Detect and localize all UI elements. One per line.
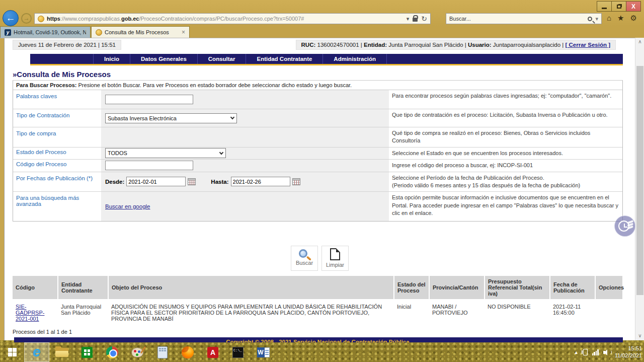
tray-expand-icon[interactable]: ▲	[574, 350, 579, 355]
ruc-value: 1360024570001	[317, 42, 359, 48]
col-codigo: Código	[13, 276, 58, 300]
fecha-desde-input[interactable]	[126, 177, 186, 186]
mobile-signal-icon[interactable]	[583, 349, 588, 355]
field-help: Esta opción permite buscar información e…	[389, 192, 622, 221]
nav-item-inicio[interactable]: Inicio	[93, 54, 130, 64]
search-dropdown-icon[interactable]: ▾	[595, 16, 598, 22]
field-label: Estado del Proceso	[13, 148, 101, 159]
cell-codigo: SIE-GADPRSP-2021-001	[13, 300, 58, 325]
search-placeholder[interactable]: Buscar...	[449, 16, 588, 22]
search-icon[interactable]	[588, 17, 592, 21]
tipo-contratacion-select[interactable]: Subasta Inversa Electrónica	[105, 113, 237, 123]
url-text[interactable]: https://www.compraspublicas.gob.ec/Proce…	[47, 16, 407, 22]
store-icon	[82, 347, 93, 358]
back-button[interactable]: ←	[3, 10, 19, 26]
paint-palette-icon	[131, 347, 143, 357]
estado-proceso-select[interactable]: TODOS	[105, 148, 226, 158]
logout-link[interactable]: [ Cerrar Sesión ]	[566, 42, 610, 48]
field-help: Ingrese el código del proceso a buscar, …	[389, 160, 622, 171]
chrome-icon	[106, 346, 118, 358]
usuario-label: Usuario:	[468, 42, 492, 48]
window-minimize-button[interactable]	[597, 1, 612, 12]
window-left-frame	[0, 38, 5, 340]
nav-item-consultar[interactable]: Consultar	[198, 54, 247, 64]
minimize-icon	[602, 8, 607, 9]
limpiar-button[interactable]: Limpiar	[321, 246, 349, 271]
nav-item-administracion[interactable]: Administración	[323, 54, 387, 64]
start-button[interactable]	[0, 342, 24, 362]
favorites-star-icon[interactable]: ★	[617, 14, 624, 23]
taskbar-clock[interactable]: 15:51 11/02/2021	[615, 345, 642, 359]
taskbar-adobe-reader[interactable]: A	[200, 342, 225, 362]
form-row-palabras-claves: Palabras claves Para encontrar procesos …	[13, 90, 622, 109]
taskbar-word[interactable]: W	[251, 342, 276, 362]
taskbar-microsoft-store[interactable]	[74, 342, 100, 362]
address-bar[interactable]: https://www.compraspublicas.gob.ec/Proce…	[34, 13, 431, 24]
buscar-en-google-link[interactable]: Buscar en google	[105, 203, 150, 209]
nav-item-entidad-contratante[interactable]: Entidad Contratante	[246, 54, 323, 64]
page-title: »Consulta de Mis Procesos	[13, 70, 623, 81]
hotmail-favicon: y	[5, 29, 11, 36]
form-row-busqueda-avanzada: Para una búsqueda más avanzada Buscar en…	[13, 192, 622, 221]
user-session-box: RUC: 1360024570001 | Entidad: Junta Parr…	[296, 40, 616, 50]
url-dropdown-icon[interactable]: ▾	[407, 16, 410, 22]
calendar-icon[interactable]	[292, 178, 300, 185]
browser-search-box[interactable]: Buscar... ▾	[446, 13, 602, 24]
col-opciones: Opciones	[595, 276, 623, 300]
main-navigation: Inicio Datos Generales Consultar Entidad…	[30, 54, 623, 65]
nav-item-datos-generales[interactable]: Datos Generales	[130, 54, 198, 64]
settings-gear-icon[interactable]: ⚙	[630, 14, 637, 23]
cell-fecha: 2021-02-11 16:45:00	[550, 300, 595, 325]
browser-chrome: X ← → https://www.compraspublicas.gob.ec…	[0, 0, 644, 26]
forward-button[interactable]: →	[21, 13, 32, 24]
taskbar-paint[interactable]	[125, 342, 150, 362]
results-table: Código Entidad Contratante Objeto del Pr…	[13, 276, 623, 325]
tab-hotmail[interactable]: y Hotmail, Covid-19, Outlook, N...	[0, 26, 91, 38]
firefox-icon	[182, 346, 194, 358]
taskbar-calculator[interactable]	[150, 342, 175, 362]
entidad-label: Entidad:	[364, 42, 387, 48]
volume-icon[interactable]	[603, 349, 610, 355]
refresh-icon[interactable]: ↻	[421, 15, 427, 23]
col-objeto: Objeto del Proceso	[108, 276, 394, 300]
hasta-label: Hasta:	[211, 179, 228, 185]
taskbar-firefox[interactable]	[175, 342, 200, 362]
scrollbar-thumb[interactable]	[636, 66, 643, 295]
vertical-scrollbar[interactable]: ∧ ∨	[635, 38, 644, 340]
buscar-button[interactable]: Buscar	[291, 246, 318, 271]
windows-logo-icon	[8, 348, 17, 356]
network-bars-icon[interactable]	[592, 349, 599, 355]
home-icon[interactable]: ⌂	[607, 14, 611, 23]
site-favicon	[38, 16, 44, 22]
field-label: Código del Proceso	[13, 160, 101, 171]
scroll-up-button[interactable]: ∧	[635, 38, 644, 46]
taskbar-internet-explorer[interactable]: e	[24, 342, 49, 362]
taskbar-command-prompt[interactable]: C:\_	[225, 342, 251, 362]
wing-icon	[627, 220, 634, 224]
window-restore-button[interactable]	[611, 1, 626, 12]
close-icon: X	[631, 3, 635, 10]
calendar-icon[interactable]	[188, 178, 196, 185]
cell-entidad: Junta Parroquial San Plácido	[58, 300, 108, 325]
col-entidad: Entidad Contratante	[58, 276, 108, 300]
page-viewport: Jueves 11 de Febrero de 2021 | 15:51 RUC…	[0, 38, 635, 340]
window-close-button[interactable]: X	[626, 1, 641, 12]
palabras-claves-input[interactable]	[105, 95, 193, 104]
tab-consulta-procesos[interactable]: Consulta de Mis Procesos ×	[91, 26, 190, 38]
field-label: Tipo de Contratación	[13, 109, 101, 127]
form-row-estado-proceso: Estado del Proceso TODOS Seleccione el E…	[13, 148, 622, 160]
chevron-down-icon	[228, 114, 236, 123]
tab-close-icon[interactable]: ×	[182, 29, 185, 36]
system-tray: ▲ 15:51 11/02/2021	[574, 342, 642, 362]
calculator-icon	[157, 346, 168, 358]
floating-clock-widget[interactable]	[614, 215, 635, 237]
col-fecha: Fecha de Publicación	[550, 276, 595, 300]
browser-window: X ← → https://www.compraspublicas.gob.ec…	[0, 0, 644, 340]
taskbar-file-explorer[interactable]	[49, 342, 74, 362]
fecha-hasta-input[interactable]	[231, 177, 290, 186]
field-help: Que tipo de contratación es el proceso: …	[389, 109, 622, 127]
proceso-link[interactable]: SIE-GADPRSP-2021-001	[16, 304, 44, 322]
codigo-proceso-input[interactable]	[105, 161, 193, 170]
scroll-down-button[interactable]: ∨	[635, 332, 644, 340]
taskbar-chrome[interactable]	[100, 342, 125, 362]
